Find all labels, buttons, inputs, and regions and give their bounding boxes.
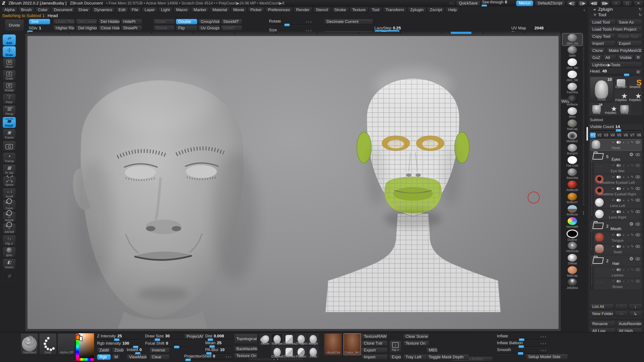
inflate-slider[interactable]: Inflatex y z <box>497 334 546 341</box>
shade-icon[interactable]: ◐ <box>623 187 625 190</box>
export-button[interactable]: Export <box>616 40 642 46</box>
shelf-button-top[interactable]: Double <box>176 19 197 24</box>
make-polymesh3d-button[interactable]: Make PolyMesh3D <box>606 48 642 54</box>
shelf-button-top[interactable]: StoreMT <box>221 19 242 24</box>
draw-size-slider[interactable]: Draw Size30 <box>145 334 189 341</box>
z-intensity-slider[interactable]: Z Intensity25 <box>97 334 141 341</box>
shade-icon[interactable]: ◐ <box>623 268 625 272</box>
polypaint-icon[interactable]: ↩ <box>612 163 615 167</box>
visibility-tab[interactable]: V7 <box>630 132 636 138</box>
subtool-row[interactable]: ⌒ ⌒ ⚙ ↩ ◐ ◑ ✎ Brows <box>594 278 642 290</box>
window-dock-left-icon[interactable]: ◀▦ <box>589 0 598 6</box>
new-folder-button[interactable]: New Folder <box>590 311 614 317</box>
brush-preset[interactable]: ZRemes <box>283 346 295 358</box>
document-canvas[interactable] <box>28 36 558 329</box>
polypaint-icon[interactable]: ↩ <box>612 198 615 202</box>
contrast-icon[interactable]: ◑ <box>627 175 629 179</box>
goz-visible-button[interactable]: Visible <box>618 55 634 61</box>
inverse-button[interactable]: Inverse <box>150 348 170 353</box>
stroke-thumbnail[interactable]: Dots <box>39 333 57 355</box>
subtool-toggle-icons[interactable]: ⚙ ↩ ◐ ◑ ✎ <box>612 210 640 214</box>
subtool-row[interactable]: · · · ⚙ ↩ ◐ ◑ ✎ Lashes <box>594 267 642 278</box>
shade-icon[interactable]: ◐ <box>623 164 625 167</box>
gear-icon[interactable]: ⚙ <box>629 256 634 262</box>
close-button[interactable]: × <box>634 0 643 6</box>
gear-icon[interactable]: ⚙ <box>629 221 634 227</box>
shelf-button-top[interactable]: Lower Res <box>53 19 75 24</box>
autoreorder-button[interactable]: AutoReorder <box>616 321 642 327</box>
eye-icon[interactable] <box>636 187 640 190</box>
menu-item[interactable]: File <box>129 7 141 13</box>
left-tool-button[interactable]: -¦- Draw <box>2 46 16 57</box>
left-tool-button[interactable]: ▣ Frame <box>2 129 16 140</box>
menu-item[interactable]: Tool <box>369 7 382 13</box>
shelf-button-bottom[interactable]: Shrink <box>153 25 175 31</box>
visibility-dots-icon[interactable] <box>616 268 621 271</box>
backfacemask-button[interactable]: BackfaceMask <box>234 346 258 352</box>
texture-thumbnail[interactable]: ~BrushTxtr <box>324 333 342 355</box>
move-down-icon[interactable]: ↓ <box>629 304 642 310</box>
material-item[interactable]: MetalicC <box>562 131 582 143</box>
load-tool-button[interactable]: Load Tool <box>590 19 616 25</box>
shade-icon[interactable]: ◐ <box>623 198 625 202</box>
visibility-dots-icon[interactable] <box>616 245 621 248</box>
contrast-icon[interactable]: ◑ <box>627 233 629 237</box>
material-item[interactable]: Satin <box>562 46 582 58</box>
lightbox-tools-button[interactable]: Lightbox▶Tools <box>590 62 642 68</box>
menu-item[interactable]: Render <box>294 7 312 13</box>
mbs-button[interactable]: MBS <box>426 348 438 353</box>
tool-thumbnail[interactable]: 10 Head <box>590 103 603 115</box>
subtool-toggle-icons[interactable]: ⚙ ↩ ◐ ◑ ✎ <box>612 163 640 167</box>
left-tool-button[interactable]: ◧ Invers <box>2 258 16 270</box>
contrast-icon[interactable]: ◑ <box>627 280 629 283</box>
brush-preset[interactable]: Move <box>259 333 271 345</box>
menu-item[interactable]: Zplugin <box>408 7 426 13</box>
menu-item[interactable]: Help <box>446 7 459 13</box>
menu-item[interactable]: Zscript <box>427 7 444 13</box>
shade-icon[interactable]: ◐ <box>623 233 625 237</box>
material-item[interactable]: BasicMa <box>562 168 582 180</box>
shade-icon[interactable]: ◐ <box>623 245 625 248</box>
menu-item[interactable]: Material <box>210 7 230 13</box>
subtool-row[interactable]: ⚙ ↩ ◐ ◑ ✎ Lens Left <box>594 197 642 208</box>
focal-shift-slider[interactable]: Focal Shift0 <box>145 341 189 348</box>
polypaint-icon[interactable]: ↩ <box>612 268 615 272</box>
eye-icon[interactable] <box>636 164 640 167</box>
menu-item[interactable]: Stencil <box>313 7 330 13</box>
menu-item[interactable]: Movie <box>231 7 247 13</box>
eye-icon[interactable] <box>636 141 640 144</box>
paint-brush-icon[interactable]: ✎ <box>631 245 634 248</box>
subtool-toggle-icons[interactable]: ⚙ ↩ ◐ ◑ ✎ <box>612 187 640 190</box>
shelf-button-bottom[interactable]: Close Holes <box>98 25 120 31</box>
divide-button[interactable]: Divide <box>5 19 24 31</box>
shelf-button-top[interactable]: HidePt <box>121 19 142 24</box>
tray-collapse-right-icon[interactable]: |||▶ <box>578 0 587 6</box>
shelf-button-bottom[interactable]: Higher Res <box>53 25 75 31</box>
inflate-balloon-slider[interactable]: Inflate Balloonx y z <box>497 341 546 348</box>
material-item[interactable]: JellyBea <box>562 278 582 290</box>
menu-item[interactable]: Marker <box>191 7 209 13</box>
menu-item[interactable]: Light <box>158 7 172 13</box>
subtool-toggle-icons[interactable]: ⚙ ↩ ◐ ◑ ✎ <box>612 279 640 283</box>
goz-all-button[interactable]: All <box>603 55 616 61</box>
decimate-current-button[interactable]: Decimate Current <box>324 19 373 24</box>
visibility-dots-icon[interactable] <box>616 199 621 202</box>
menu-item[interactable]: Document <box>51 7 75 13</box>
move-out-icon[interactable]: ↪ <box>615 311 628 317</box>
dist-slider[interactable]: Dist0.008 <box>205 334 232 341</box>
material-item[interactable]: MatCap <box>562 119 582 131</box>
move-into-icon[interactable]: ↳ <box>629 311 642 317</box>
brush-preset[interactable]: ZProject <box>296 333 307 345</box>
left-tool-button[interactable]: ◑ Transp <box>2 152 16 163</box>
polypaint-icon[interactable]: ↩ <box>612 175 615 179</box>
smooth-slider[interactable]: Smoothx y z <box>497 348 546 354</box>
polypaint-icon[interactable]: ↩ <box>612 210 615 214</box>
flip-v-button[interactable]: ↓ Flip V <box>390 341 402 353</box>
menus-toggle-button[interactable]: Menus <box>516 0 533 6</box>
subtool-toggle-icons[interactable]: ⚙ ↩ ◐ ◑ ✎ <box>629 152 640 157</box>
eye-icon[interactable] <box>636 210 640 213</box>
material-item[interactable]: zbro_mo <box>562 33 582 45</box>
minimize-button[interactable]: − <box>611 0 621 6</box>
material-item[interactable]: ReflectY <box>562 192 582 204</box>
subtool-row[interactable]: 5 ⚙ ↩ ◐ ◑ ✎ Eyes <box>590 151 642 162</box>
